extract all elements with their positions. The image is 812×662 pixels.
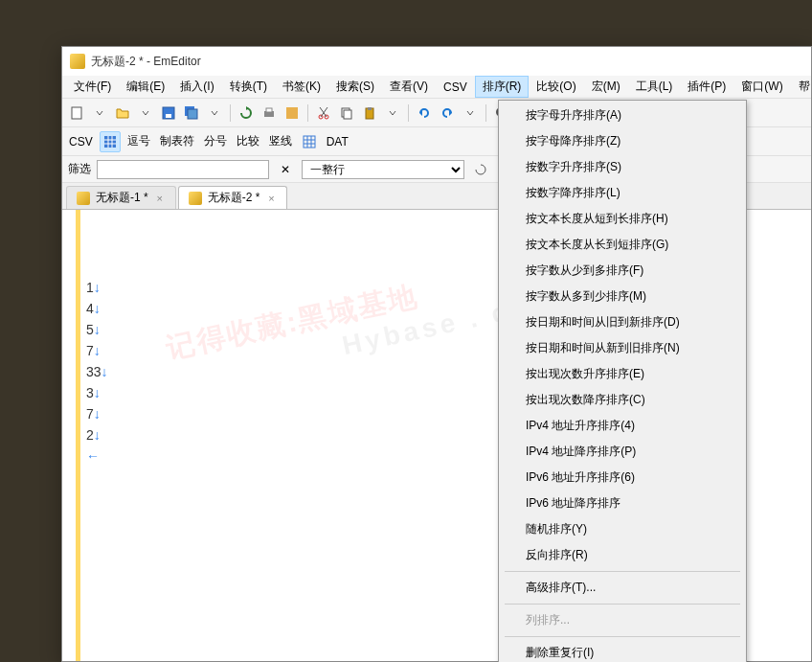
- undo-icon[interactable]: [414, 103, 435, 124]
- menu-separator: [505, 571, 740, 572]
- paste-icon[interactable]: [359, 103, 380, 124]
- menu-item[interactable]: 按文本长度从短到长排序(H): [499, 206, 746, 232]
- document-icon: [189, 192, 202, 205]
- menu-item[interactable]: 搜索(S): [328, 76, 382, 98]
- save-all-icon[interactable]: [181, 103, 202, 124]
- menu-item[interactable]: 反向排序(R): [499, 542, 746, 568]
- menu-item[interactable]: CSV: [436, 78, 475, 97]
- menu-item[interactable]: 按出现次数升序排序(E): [499, 361, 746, 387]
- menu-item[interactable]: 插件(P): [680, 76, 733, 98]
- menu-item[interactable]: 编辑(E): [119, 76, 172, 98]
- separator: [307, 104, 308, 122]
- separator: [408, 104, 409, 122]
- document-tab[interactable]: 无标题-1 *×: [66, 186, 176, 209]
- svg-rect-17: [304, 136, 315, 148]
- redo-icon[interactable]: [437, 103, 458, 124]
- svg-rect-11: [344, 110, 351, 119]
- semicolon-button[interactable]: 分号: [201, 133, 230, 149]
- tab-label: 无标题-2 *: [208, 190, 260, 206]
- menu-item[interactable]: 按数字升序排序(S): [499, 154, 746, 180]
- separator: [230, 104, 231, 122]
- menu-item[interactable]: 书签(K): [275, 76, 328, 98]
- dropdown-arrow-icon[interactable]: [89, 103, 110, 124]
- print-icon[interactable]: [259, 103, 280, 124]
- menu-item[interactable]: 按字母升序排序(A): [499, 103, 746, 128]
- window-title: 无标题-2 * - EmEditor: [91, 54, 201, 70]
- menu-item[interactable]: 按字数从多到少排序(M): [499, 284, 746, 309]
- dropdown-arrow-icon[interactable]: [460, 103, 481, 124]
- svg-rect-4: [188, 109, 197, 119]
- menu-item[interactable]: 帮: [791, 76, 812, 98]
- menu-item[interactable]: IPv6 地址降序排序: [499, 491, 746, 516]
- app-icon: [70, 54, 85, 69]
- menu-item[interactable]: 删除重复行(I): [499, 640, 746, 662]
- svg-rect-2: [166, 114, 171, 118]
- dropdown-arrow-icon[interactable]: [204, 103, 225, 124]
- menu-item[interactable]: IPv4 地址降序排序(P): [499, 439, 746, 465]
- menu-item[interactable]: 查看(V): [382, 76, 436, 98]
- comma-button[interactable]: 逗号: [124, 133, 153, 149]
- menu-item[interactable]: 排序(R): [475, 76, 530, 98]
- document-icon: [77, 192, 90, 205]
- open-icon[interactable]: [112, 103, 133, 124]
- menu-item[interactable]: 随机排序(Y): [499, 516, 746, 542]
- menu-item[interactable]: 按文本长度从长到短排序(G): [499, 232, 746, 258]
- dropdown-arrow-icon[interactable]: [382, 103, 403, 124]
- menu-item[interactable]: 宏(M): [584, 76, 628, 98]
- svg-rect-16: [104, 136, 116, 148]
- grid-icon[interactable]: [299, 131, 320, 152]
- menu-item[interactable]: IPv6 地址升序排序(6): [499, 465, 746, 491]
- filter-label: 筛选: [68, 161, 91, 177]
- refresh-icon[interactable]: [470, 159, 491, 180]
- menu-separator: [505, 604, 740, 605]
- menu-item: 列排序...: [499, 607, 746, 633]
- titlebar: 无标题-2 * - EmEditor: [62, 47, 811, 76]
- svg-rect-6: [266, 108, 272, 112]
- menu-item[interactable]: 按数字降序排序(L): [499, 180, 746, 206]
- csv-button[interactable]: CSV: [66, 135, 96, 148]
- menu-item[interactable]: 转换(T): [222, 76, 275, 98]
- close-icon[interactable]: ×: [154, 193, 166, 204]
- dat-button[interactable]: DAT: [324, 135, 351, 148]
- document-tab[interactable]: 无标题-2 *×: [178, 186, 288, 209]
- cut-icon[interactable]: [313, 103, 334, 124]
- close-icon[interactable]: ✕: [275, 159, 296, 180]
- sort-menu-dropdown: 按字母升序排序(A)按字母降序排序(Z)按数字升序排序(S)按数字降序排序(L)…: [498, 100, 747, 662]
- menu-item[interactable]: 插入(I): [172, 76, 221, 98]
- menu-item[interactable]: 按出现次数降序排序(C): [499, 387, 746, 413]
- menu-item[interactable]: 高级排序(T)...: [499, 575, 746, 601]
- menu-item[interactable]: IPv4 地址升序排序(4): [499, 413, 746, 439]
- tab-button[interactable]: 制表符: [157, 133, 197, 149]
- menu-item[interactable]: 按日期和时间从新到旧排序(N): [499, 335, 746, 361]
- svg-rect-7: [286, 107, 298, 119]
- menu-item[interactable]: 按日期和时间从旧到新排序(D): [499, 309, 746, 335]
- grid-icon[interactable]: [100, 131, 121, 152]
- menu-item[interactable]: 窗口(W): [733, 76, 790, 98]
- gutter: [62, 210, 76, 661]
- save-icon[interactable]: [158, 103, 179, 124]
- menu-item[interactable]: 按字数从少到多排序(F): [499, 258, 746, 284]
- vline-button[interactable]: 竖线: [266, 133, 295, 149]
- close-icon[interactable]: ×: [265, 193, 277, 204]
- app-icon[interactable]: [282, 103, 303, 124]
- menu-item[interactable]: 按字母降序排序(Z): [499, 128, 746, 154]
- refresh-icon[interactable]: [236, 103, 257, 124]
- menu-item[interactable]: 比较(O): [529, 76, 583, 98]
- menubar: 文件(F)编辑(E)插入(I)转换(T)书签(K)搜索(S)查看(V)CSV排序…: [62, 76, 811, 99]
- svg-rect-13: [368, 107, 372, 110]
- dropdown-arrow-icon[interactable]: [135, 103, 156, 124]
- copy-icon[interactable]: [336, 103, 357, 124]
- tab-label: 无标题-1 *: [96, 190, 148, 206]
- separator: [485, 104, 486, 122]
- new-icon[interactable]: [66, 103, 87, 124]
- compare-button[interactable]: 比较: [234, 133, 262, 149]
- filter-input[interactable]: [97, 160, 269, 179]
- menu-item[interactable]: 工具(L): [628, 76, 681, 98]
- menu-separator: [505, 636, 740, 637]
- menu-item[interactable]: 文件(F): [66, 76, 119, 98]
- svg-rect-0: [72, 107, 81, 119]
- scope-select[interactable]: 一整行: [302, 160, 464, 179]
